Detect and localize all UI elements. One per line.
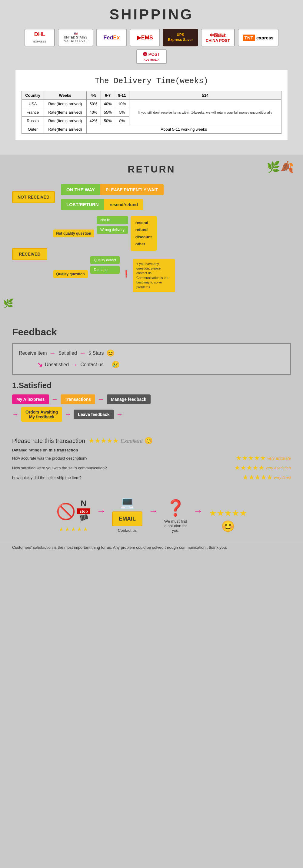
arrow8: → bbox=[65, 410, 71, 418]
detailed-ratings-title: Detailed ratings on this transaction bbox=[12, 448, 291, 452]
received-options: Not quality question Not fit Wrong deliv… bbox=[53, 216, 175, 292]
carrier-usps: 🇺🇸UNITED STATESPOSTAL SERVICE bbox=[58, 29, 93, 46]
please-wait-badge: PLEASE PATIENTLY WAIT bbox=[100, 184, 164, 195]
contact-us-label2: Contact us bbox=[118, 528, 137, 533]
unsatisfied-flow-line: ↘ Unsatisfied → Contact us 😢 bbox=[37, 361, 284, 369]
five-stars-label: 5 Stars bbox=[89, 350, 104, 356]
on-the-way-row: ON THE WAY PLEASE PATIENTLY WAIT bbox=[61, 184, 291, 195]
quality-sub-options: Quality defect Damage bbox=[90, 256, 120, 274]
col-weeks: Weeks bbox=[44, 91, 86, 100]
not-received-label: NOT RECEIVED bbox=[12, 191, 55, 203]
return-section: RETURN 🌿🍂 NOT RECEIVED ON THE WAY PLEASE… bbox=[0, 155, 303, 320]
manage-feedback-badge: Manage feedback bbox=[107, 395, 150, 404]
question-icon: ❓ bbox=[166, 499, 186, 517]
five-stars-result: ★★★★★ bbox=[209, 508, 247, 518]
excellent-smiley: 😊 bbox=[144, 437, 153, 444]
rating-row-1: How accurate was the product description… bbox=[12, 454, 291, 462]
feedback-section: Feedback Receive item → Satisfied → 5 St… bbox=[0, 320, 303, 434]
transactions-badge: Transactions bbox=[61, 395, 95, 404]
arrow3: ↘ bbox=[37, 361, 42, 369]
detailed-ratings: Detailed ratings on this transaction How… bbox=[12, 448, 291, 482]
rating-text-2: very asatisfied bbox=[266, 466, 291, 470]
arrow6: → bbox=[98, 395, 104, 403]
happy-smiley: 😊 bbox=[106, 349, 114, 357]
satisfied-section-title: 1.Satisfied bbox=[12, 381, 291, 390]
carrier-chinapost: 中国邮政CHINA POST bbox=[201, 29, 235, 46]
email-box: EMAIL bbox=[112, 512, 142, 526]
question-item: ❓ We must find a solution for you. bbox=[164, 499, 187, 533]
unsat-flow: 🚫 N stop 🏴 ★ ★ ★ ★ ★ → 💻 EMAIL Contact u… bbox=[12, 495, 291, 533]
carrier-ups: UPSExpress Saver bbox=[163, 29, 198, 46]
table-row: Outer Rate(Items arrived) About 5-11 wor… bbox=[22, 125, 281, 134]
footer-note: Customers' satisfaction is the most impo… bbox=[0, 542, 303, 556]
solution-label: We must find a solution for you. bbox=[164, 519, 187, 533]
rating-label-1: How accurate was the product description… bbox=[12, 456, 88, 461]
table-row: USA Rate(Items arrived) 50% 40% 10% If y… bbox=[22, 100, 281, 108]
laptop-icon: 💻 bbox=[120, 495, 135, 509]
carrier-auspost: 🅐 POSTAUSTRALIA bbox=[136, 50, 167, 64]
not-quality-badge: Not quality question bbox=[53, 229, 94, 238]
outcomes-box: resendrefunddiscountother bbox=[131, 216, 157, 251]
orders-awaiting-badge: Orders Awaiting My feedback bbox=[21, 407, 62, 422]
stop-label: stop bbox=[77, 508, 90, 514]
not-fit-badge: Not fit bbox=[97, 216, 128, 224]
excellent-label: Excellent bbox=[121, 438, 143, 444]
carrier-tnt: TNT express bbox=[238, 29, 278, 46]
delivery-section: The Delivery Time(weeks) Country Weeks 4… bbox=[15, 70, 288, 140]
unsatisfied-section: 🚫 N stop 🏴 ★ ★ ★ ★ ★ → 💻 EMAIL Contact u… bbox=[0, 489, 303, 542]
unsat-arrow-2: → bbox=[148, 505, 158, 517]
satisfied-label: Satisfied bbox=[58, 350, 77, 356]
rate-title-text: Please rate this transaction: bbox=[12, 437, 87, 444]
rating-stars-1: ★★★★★ very accdrate bbox=[236, 454, 291, 462]
carrier-ems: ▶EMS bbox=[130, 29, 160, 46]
no-sign-icon: 🚫 bbox=[56, 502, 76, 521]
no-stop-item: 🚫 N stop 🏴 ★ ★ ★ ★ ★ bbox=[56, 499, 90, 533]
not-received-options: ON THE WAY PLEASE PATIENTLY WAIT LOST/RE… bbox=[61, 184, 291, 210]
cry-smiley: 😢 bbox=[111, 361, 120, 369]
result-smiley: 😊 bbox=[221, 520, 235, 533]
rating-stars-3: ★★★★★ very firast bbox=[242, 473, 291, 482]
my-aliexpress-badge: My Aliexpress bbox=[12, 395, 49, 404]
col-14plus: ≥14 bbox=[129, 91, 281, 100]
feedback-title: Feedback bbox=[12, 327, 291, 338]
wrong-delivery-badge: Wrong delivery bbox=[97, 226, 128, 234]
decoration-leaves-left: 🌿 bbox=[3, 298, 13, 308]
quality-row: Quality question Quality defect Damage ❗… bbox=[53, 256, 175, 292]
contact-note: If you have any question, please contact… bbox=[133, 259, 175, 292]
contact-us-label: Contact us bbox=[80, 362, 103, 368]
shipping-section: SHIPPING DHLEXPRESS 🇺🇸UNITED STATESPOSTA… bbox=[0, 0, 303, 155]
satisfied-section: 1.Satisfied My Aliexpress → Transactions… bbox=[12, 381, 291, 422]
arrow2: → bbox=[79, 349, 86, 357]
lost-return-badge: LOST/RETURN bbox=[61, 199, 104, 210]
decoration-leaves-right: 🌿🍂 bbox=[267, 161, 294, 174]
receive-item-label: Receive item bbox=[19, 350, 47, 356]
email-item: 💻 EMAIL Contact us bbox=[112, 495, 142, 533]
rating-section: Please rate this transaction: ★★★★★ Exce… bbox=[0, 434, 303, 489]
arrow1: → bbox=[49, 349, 56, 357]
satisfied-flow-line: Receive item → Satisfied → 5 Stars 😊 bbox=[19, 349, 284, 357]
on-the-way-badge: ON THE WAY bbox=[61, 184, 100, 195]
not-received-row: NOT RECEIVED ON THE WAY PLEASE PATIENTLY… bbox=[12, 184, 291, 210]
leave-feedback-badge: Leave feedback bbox=[74, 410, 114, 419]
received-label: RECEIVED bbox=[12, 248, 47, 260]
unsatisfied-label: Unsatisfied bbox=[45, 362, 69, 368]
quality-question-badge: Quality question bbox=[53, 270, 88, 278]
return-title: RETURN bbox=[12, 164, 291, 175]
unsat-arrow-3: → bbox=[193, 505, 203, 517]
carrier-logos: DHLEXPRESS 🇺🇸UNITED STATESPOSTAL SERVICE… bbox=[9, 29, 294, 64]
col-country: Country bbox=[22, 91, 44, 100]
n-label: N bbox=[80, 499, 87, 508]
exclamation-icon: ❗ bbox=[122, 270, 130, 278]
shipping-title: SHIPPING bbox=[9, 6, 294, 23]
return-flow: NOT RECEIVED ON THE WAY PLEASE PATIENTLY… bbox=[12, 184, 291, 311]
damage-badge: Damage bbox=[90, 266, 120, 274]
feedback-flow-box: Receive item → Satisfied → 5 Stars 😊 ↘ U… bbox=[12, 343, 291, 375]
unsat-arrow-1: → bbox=[96, 505, 106, 517]
rating-row-2: How satisfied were you with the sell's c… bbox=[12, 464, 291, 472]
delivery-title: The Delivery Time(weeks) bbox=[22, 76, 281, 86]
not-quality-row: Not quality question Not fit Wrong deliv… bbox=[53, 216, 175, 251]
delivery-table: Country Weeks 4-5 6-7 8-11 ≥14 USA Rate(… bbox=[22, 91, 281, 134]
footer-text: Customers' satisfaction is the most impo… bbox=[12, 545, 291, 550]
col-4-5: 4-5 bbox=[86, 91, 101, 100]
step-flow-2: → Orders Awaiting My feedback → Leave fe… bbox=[12, 407, 291, 422]
